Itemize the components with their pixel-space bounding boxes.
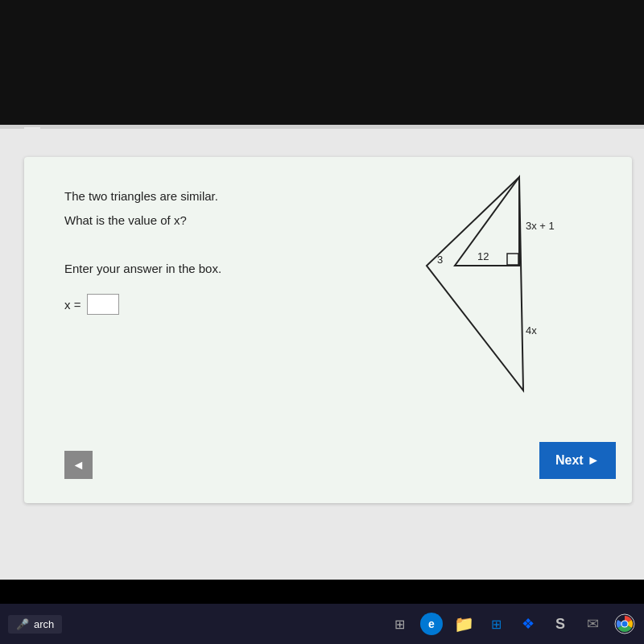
content-card: The two triangles are similar. What is t… bbox=[24, 157, 632, 503]
label-3: 3 bbox=[437, 254, 443, 266]
answer-input[interactable] bbox=[87, 294, 119, 315]
x-equals-row: x = bbox=[64, 294, 119, 315]
question-line3: Enter your answer in the box. bbox=[64, 262, 221, 275]
taskbar-search[interactable]: 🎤 arch bbox=[8, 615, 62, 634]
store-icon[interactable]: ⊞ bbox=[485, 613, 507, 635]
label-12: 12 bbox=[477, 250, 489, 262]
search-text: arch bbox=[34, 618, 54, 630]
chrome-icon[interactable] bbox=[613, 613, 636, 635]
back-button[interactable]: ◄ bbox=[64, 451, 93, 479]
taskbar-icons: ⊞ e 📁 ⊞ ❖ S ✉ bbox=[388, 613, 636, 635]
label-3x1: 3x + 1 bbox=[526, 220, 555, 232]
taskbar: 🎤 arch ⊞ e 📁 ⊞ ❖ S ✉ bbox=[0, 604, 644, 644]
question-line2: What is the value of x? bbox=[64, 213, 187, 227]
label-4x: 4x bbox=[526, 324, 537, 336]
svg-marker-0 bbox=[427, 177, 523, 390]
mail-icon[interactable]: ✉ bbox=[581, 613, 604, 635]
microphone-icon: 🎤 bbox=[16, 618, 29, 630]
svg-rect-2 bbox=[507, 254, 518, 265]
triangle-diagram: 3 12 3x + 1 4x bbox=[382, 173, 608, 415]
triangle-svg: 3 12 3x + 1 4x bbox=[382, 173, 592, 407]
silverline-icon[interactable]: S bbox=[549, 613, 572, 635]
dropbox-icon[interactable]: ❖ bbox=[517, 613, 539, 635]
explorer-icon[interactable]: 📁 bbox=[452, 613, 475, 635]
svg-point-5 bbox=[622, 621, 628, 627]
x-label: x = bbox=[64, 298, 80, 312]
question-line1: The two triangles are similar. bbox=[64, 189, 218, 203]
taskview-icon[interactable]: ⊞ bbox=[388, 613, 411, 635]
edge-icon[interactable]: e bbox=[420, 613, 443, 635]
next-button[interactable]: Next ► bbox=[539, 442, 616, 479]
browser-top-area bbox=[0, 0, 644, 129]
